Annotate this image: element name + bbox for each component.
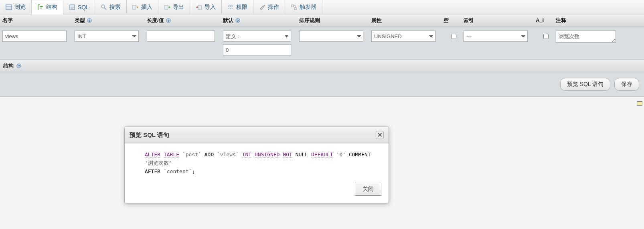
tab-label: 结构 [46, 4, 57, 11]
tab-label: 操作 [268, 4, 279, 11]
svg-line-8 [104, 8, 106, 10]
section-title: 结构 [3, 62, 14, 70]
help-icon[interactable]: ? [166, 18, 171, 23]
svg-rect-11 [198, 5, 201, 9]
field-default-input[interactable] [223, 44, 291, 55]
svg-rect-15 [294, 8, 296, 10]
svg-point-7 [101, 5, 105, 8]
tab-label: 导入 [205, 4, 216, 11]
tab-triggers[interactable]: 触发器 [285, 0, 322, 14]
svg-rect-9 [133, 5, 136, 9]
help-icon[interactable]: ? [235, 18, 241, 23]
search-icon [101, 4, 107, 10]
export-icon [164, 4, 170, 10]
svg-text:?: ? [167, 18, 169, 22]
tab-label: 插入 [141, 4, 152, 11]
restore-window-icon[interactable] [637, 101, 642, 106]
tab-structure[interactable]: 结构 [32, 0, 63, 14]
colhead-null: 空 [444, 17, 449, 24]
import-icon [196, 4, 202, 10]
field-attribute-select[interactable]: UNSIGNED [371, 31, 435, 42]
svg-text:?: ? [89, 18, 91, 22]
tab-label: 权限 [236, 4, 247, 11]
tab-browse[interactable]: 浏览 [0, 0, 32, 14]
tab-sql[interactable]: SQL [63, 0, 95, 14]
browse-icon [6, 4, 12, 10]
colhead-attribute: 属性 [371, 17, 382, 24]
help-icon[interactable]: ? [87, 18, 92, 23]
field-index-select[interactable]: --- [464, 31, 528, 42]
field-comment-textarea[interactable]: 浏览次数 [556, 31, 616, 43]
field-name-input[interactable] [2, 31, 67, 42]
section-structure: 结构 ? [0, 60, 644, 72]
restore-widget-area [0, 97, 644, 106]
colhead-default: 默认 [223, 17, 233, 24]
tab-label: 浏览 [14, 4, 26, 11]
colhead-type: 类型 [75, 17, 85, 24]
tab-search[interactable]: 搜索 [95, 0, 127, 14]
insert-icon [132, 4, 139, 10]
colhead-length: 长度/值 [147, 17, 164, 24]
triggers-icon [291, 4, 297, 10]
sql-icon [69, 4, 75, 10]
svg-rect-10 [165, 5, 168, 9]
tab-label: SQL [78, 4, 89, 10]
preview-sql-button[interactable]: 预览 SQL 语句 [560, 78, 610, 91]
field-null-checkbox[interactable] [451, 34, 456, 39]
structure-icon [37, 4, 44, 10]
button-bar: 预览 SQL 语句 保存 [0, 72, 644, 97]
colhead-name: 名字 [2, 17, 13, 24]
svg-point-12 [229, 5, 231, 7]
colhead-collation: 排序规则 [299, 17, 320, 24]
tab-label: 搜索 [109, 4, 121, 11]
operations-icon [259, 4, 265, 10]
svg-text:?: ? [18, 64, 20, 68]
tab-insert[interactable]: 插入 [127, 0, 158, 14]
field-length-input[interactable] [147, 31, 215, 42]
svg-rect-14 [292, 5, 294, 7]
colhead-comment: 注释 [556, 17, 566, 24]
help-icon[interactable]: ? [16, 63, 22, 69]
column-headers: 名字 类型? 长度/值? 默认? 排序规则 属性 空 索引 A_I 注释 [0, 14, 644, 27]
tab-operations[interactable]: 操作 [253, 0, 285, 14]
tab-label: 导出 [173, 4, 184, 11]
colhead-index: 索引 [464, 17, 474, 24]
field-type-select[interactable]: INT [75, 31, 139, 42]
field-row: INT 定义： UNSIGNED --- 浏览次数 [0, 27, 644, 60]
tabs-bar: 浏览 结构 SQL 搜索 插入 导出 导入 权限 操作 触发器 [0, 0, 644, 14]
field-ai-checkbox[interactable] [543, 34, 549, 39]
privileges-icon [227, 4, 234, 10]
svg-rect-0 [6, 5, 12, 10]
tab-export[interactable]: 导出 [158, 0, 190, 14]
svg-point-13 [231, 5, 233, 7]
tab-privileges[interactable]: 权限 [222, 0, 253, 14]
field-default-select[interactable]: 定义： [223, 31, 291, 42]
tab-label: 触发器 [300, 4, 316, 11]
svg-text:?: ? [237, 18, 239, 22]
save-button[interactable]: 保存 [614, 78, 639, 91]
tab-import[interactable]: 导入 [190, 0, 222, 14]
colhead-ai: A_I [536, 17, 544, 23]
field-collation-select[interactable] [299, 31, 363, 42]
